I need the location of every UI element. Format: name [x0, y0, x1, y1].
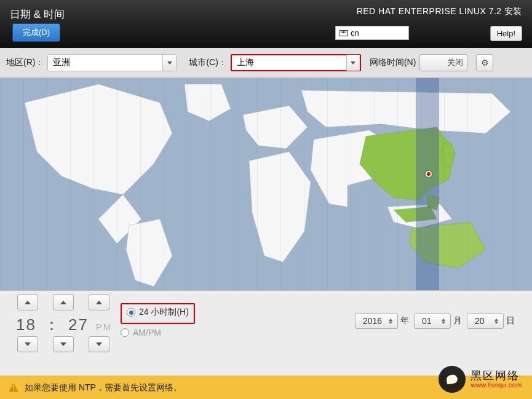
toggle-state-text: 关闭 — [447, 57, 463, 68]
header-bar: 日期 & 时间 完成(D) RED HAT ENTERPRISE LINUX 7… — [0, 0, 532, 48]
year-label: 年 — [400, 315, 409, 326]
network-time-toggle[interactable]: 关闭 — [419, 54, 467, 71]
time-format-radios: 24 小时制(H) AM/PM — [114, 303, 195, 338]
time-display: 18 ： 27 PM — [12, 314, 112, 315]
radio-24h-label: 24 小时制(H) — [139, 307, 189, 318]
chevron-down-icon[interactable] — [346, 55, 360, 71]
help-button[interactable]: Help! — [490, 26, 522, 41]
bottom-controls: 18 ： 27 PM .bottom { position: relative;… — [0, 291, 532, 358]
keyboard-indicator[interactable]: cn — [335, 26, 409, 40]
radio-ampm-label: AM/PM — [133, 328, 161, 338]
city-label: 城市(C)： — [189, 57, 226, 68]
map-pin-icon — [426, 171, 432, 177]
minutes-down-button[interactable] — [53, 336, 74, 352]
region-value: 亚洲 — [48, 57, 162, 68]
installer-subtitle: RED HAT ENTERPRISE LINUX 7.2 安装 — [357, 6, 522, 17]
svg-point-1 — [442, 141, 454, 168]
network-time-label: 网络时间(N) — [370, 57, 416, 68]
radio-24h-row[interactable]: 24 小时制(H) — [127, 307, 189, 318]
done-button[interactable]: 完成(D) — [12, 23, 60, 42]
month-label: 月 — [453, 315, 462, 326]
spinner-arrows-icon — [494, 318, 498, 324]
month-value: 01 — [422, 316, 432, 326]
radio-ampm-row[interactable]: AM/PM — [114, 328, 195, 338]
chevron-down-icon[interactable] — [162, 55, 176, 71]
ampm-down-button[interactable] — [89, 336, 109, 352]
gear-icon: ⚙ — [481, 58, 489, 68]
radio-ampm[interactable] — [121, 328, 129, 337]
warning-text: 如果您要使用 NTP，需要首先设置网络。 — [25, 382, 182, 393]
month-spinner[interactable]: 01 — [414, 313, 451, 329]
timezone-map[interactable] — [0, 78, 532, 291]
minutes-up-button[interactable] — [53, 294, 74, 310]
minutes-value: 27 — [68, 315, 89, 334]
region-combobox[interactable]: 亚洲 — [47, 54, 177, 71]
radio-24h-group: 24 小时制(H) — [121, 303, 195, 324]
hours-down-button[interactable] — [17, 336, 38, 352]
ampm-up-button[interactable] — [89, 294, 109, 310]
day-spinner[interactable]: 20 — [467, 313, 504, 329]
year-value: 2016 — [363, 316, 382, 326]
ampm-value: PM — [96, 322, 113, 332]
keyboard-layout-text: cn — [351, 28, 359, 38]
ntp-settings-button[interactable]: ⚙ — [476, 54, 493, 71]
hours-value: 18 — [16, 315, 36, 334]
radio-24h[interactable] — [127, 308, 135, 317]
region-label: 地区(R)： — [6, 57, 44, 68]
city-combobox[interactable]: 上海 — [231, 54, 361, 71]
spinner-arrows-icon — [442, 318, 445, 324]
world-map-svg — [0, 78, 532, 290]
day-value: 20 — [475, 316, 485, 326]
hours-up-button[interactable] — [17, 294, 38, 310]
warning-bar: 如果您要使用 NTP，需要首先设置网络。 — [0, 376, 532, 399]
spinner-arrows-icon — [389, 318, 392, 324]
keyboard-icon — [339, 30, 348, 36]
warning-icon — [9, 383, 18, 392]
time-separator: ： — [44, 314, 61, 336]
day-label: 日 — [506, 315, 515, 326]
selector-bar: 地区(R)： 亚洲 城市(C)： 上海 网络时间(N) 关闭 ⚙ — [0, 48, 532, 78]
year-spinner[interactable]: 2016 — [355, 313, 398, 329]
city-value: 上海 — [232, 57, 346, 68]
date-controls: 2016 年 01 月 20 日 — [355, 313, 520, 329]
